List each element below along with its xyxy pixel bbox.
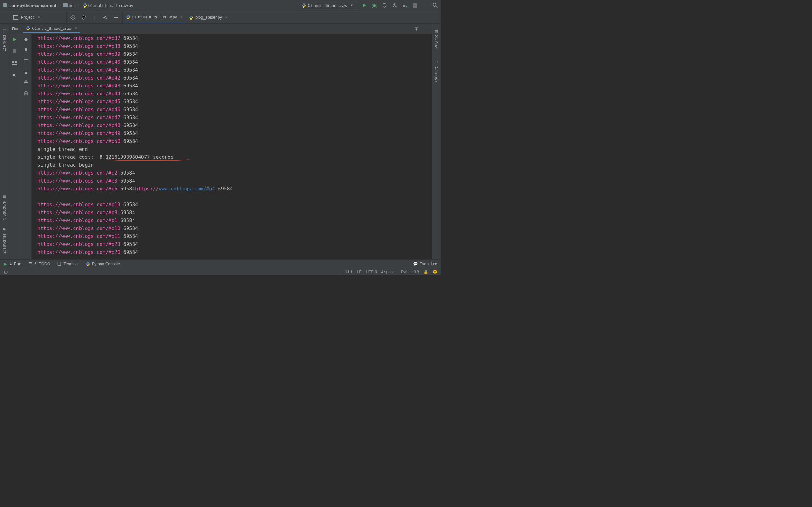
chevron-right-icon: 〉	[78, 3, 81, 8]
bottom-tab-event-log[interactable]: 💬 Event Log	[413, 262, 438, 266]
tool-windows-icon[interactable]: ▢	[3, 269, 8, 274]
scroll-to-end-icon[interactable]	[23, 69, 29, 74]
sidebar-tab-sciview[interactable]: ▤ SciView	[434, 29, 439, 49]
svg-point-8	[416, 28, 417, 30]
sidebar-tab-structure[interactable]: 7: Structure ▦	[2, 195, 7, 221]
sidebar-tab-label: 2: Favorites	[2, 233, 7, 253]
run-tab[interactable]: 01.multi_thread_craw ×	[23, 24, 80, 33]
editor-tab-label: blog_spider.py	[195, 15, 222, 20]
sidebar-tab-label: 1: Project	[2, 35, 7, 51]
close-icon[interactable]: ×	[225, 15, 228, 20]
minimize-icon[interactable]	[113, 15, 119, 20]
stop-button[interactable]	[412, 3, 418, 8]
minimize-icon[interactable]	[423, 26, 428, 32]
python-file-icon	[126, 15, 131, 19]
breadcrumb-project[interactable]: learn-python-concurrent	[3, 3, 56, 8]
project-tool-dropdown[interactable]: Project ▼	[0, 11, 67, 23]
rerun-button[interactable]	[12, 37, 17, 42]
svg-rect-2	[413, 3, 417, 8]
structure-icon: ▦	[2, 195, 7, 199]
bottom-tab-python-console[interactable]: Python Console	[86, 262, 120, 266]
print-icon[interactable]	[23, 79, 29, 85]
trash-icon[interactable]	[23, 90, 29, 96]
stop-button[interactable]	[12, 49, 17, 54]
bottom-tab-label: Terminal	[63, 262, 78, 266]
search-button[interactable]	[432, 3, 438, 8]
bottom-tab-label: 6: TODO	[35, 262, 50, 266]
divider: |	[92, 15, 97, 20]
run-button[interactable]	[361, 3, 367, 8]
close-icon[interactable]: ×	[75, 26, 78, 31]
sidebar-tab-favorites[interactable]: 2: Favorites ★	[2, 227, 7, 253]
run-config-selector[interactable]: 01.multi_thread_craw ▼	[299, 2, 357, 9]
sidebar-tab-project[interactable]: 1: Project ▢	[2, 29, 7, 51]
soft-wrap-icon[interactable]	[23, 58, 29, 64]
sidebar-tab-label: SciView	[434, 35, 439, 49]
pin-icon[interactable]	[12, 72, 17, 78]
python-file-icon	[83, 3, 87, 8]
chevron-down-icon: ▼	[38, 16, 40, 19]
debug-button[interactable]	[371, 3, 377, 8]
down-icon[interactable]	[23, 47, 29, 53]
event-log-icon: 💬	[413, 262, 418, 266]
gear-icon[interactable]	[103, 15, 108, 20]
bottom-tab-run[interactable]: ▶ 4: Run	[3, 262, 21, 266]
svg-rect-13	[12, 64, 17, 65]
svg-rect-16	[25, 81, 27, 82]
svg-rect-7	[114, 17, 118, 18]
editor-tab-label: 01.multi_thread_craw.py	[132, 14, 177, 19]
bottom-tab-terminal[interactable]: ❏ Terminal	[57, 262, 78, 266]
python-file-icon	[189, 15, 194, 20]
layout-icon[interactable]	[12, 60, 17, 66]
breadcrumb-project-label: learn-python-concurrent	[8, 3, 56, 8]
interpreter[interactable]: Python 3.8	[401, 270, 419, 274]
gear-icon[interactable]	[414, 26, 419, 32]
svg-rect-14	[25, 73, 27, 74]
run-panel-label: Run:	[12, 26, 20, 31]
sidebar-tab-label: 7: Structure	[2, 201, 7, 221]
lock-icon[interactable]: 🔒	[423, 270, 428, 274]
profile-button[interactable]	[392, 3, 397, 8]
editor-tab-multi-thread[interactable]: 01.multi_thread_craw.py ×	[123, 11, 186, 23]
editor-tab-blog-spider[interactable]: blog_spider.py ×	[186, 11, 231, 23]
svg-point-6	[105, 16, 106, 18]
run-tab-label: 01.multi_thread_craw	[32, 26, 71, 31]
svg-rect-9	[424, 29, 428, 29]
breadcrumb-folder[interactable]: tmp	[63, 3, 76, 8]
bottom-tab-label: Event Log	[420, 262, 438, 266]
coverage-button[interactable]	[382, 3, 387, 8]
svg-point-5	[72, 17, 73, 18]
svg-rect-11	[12, 61, 14, 63]
concurrent-button[interactable]	[402, 3, 408, 8]
todo-icon: ☰	[28, 262, 33, 266]
folder-icon: ▢	[2, 29, 7, 33]
svg-rect-12	[15, 61, 17, 63]
sidebar-tab-database[interactable]: ▭ Database	[434, 59, 439, 82]
bottom-tab-label: Python Console	[92, 262, 120, 266]
svg-rect-17	[25, 83, 27, 84]
inspector-icon[interactable]: 😐	[433, 270, 438, 274]
indent[interactable]: 4 spaces	[381, 270, 397, 274]
bottom-tab-label: 4: Run	[9, 262, 21, 266]
up-icon[interactable]	[23, 37, 29, 42]
target-icon[interactable]	[70, 15, 75, 20]
breadcrumb-folder-label: tmp	[69, 3, 76, 8]
encoding[interactable]: UTF-8	[366, 270, 377, 274]
python-icon	[86, 262, 90, 266]
line-ending[interactable]: LF	[357, 270, 362, 274]
project-label: Project	[21, 15, 34, 20]
breadcrumb-file[interactable]: 01.multi_thread_craw.py	[83, 3, 133, 8]
python-file-icon	[302, 3, 306, 8]
sidebar-tab-label: Database	[434, 66, 439, 82]
close-icon[interactable]: ×	[180, 14, 183, 20]
console-output[interactable]: https://www.cnblogs.com/#p37 69584 https…	[32, 34, 432, 259]
folder-icon	[63, 3, 67, 7]
star-icon: ★	[2, 227, 7, 232]
bottom-tab-todo[interactable]: ☰ 6: TODO	[28, 262, 50, 266]
svg-rect-18	[24, 92, 27, 95]
play-icon: ▶	[3, 262, 8, 266]
svg-rect-10	[13, 49, 16, 53]
caret-position[interactable]: 111:1	[343, 270, 353, 274]
expand-icon[interactable]	[81, 15, 86, 20]
terminal-icon: ❏	[57, 262, 61, 266]
